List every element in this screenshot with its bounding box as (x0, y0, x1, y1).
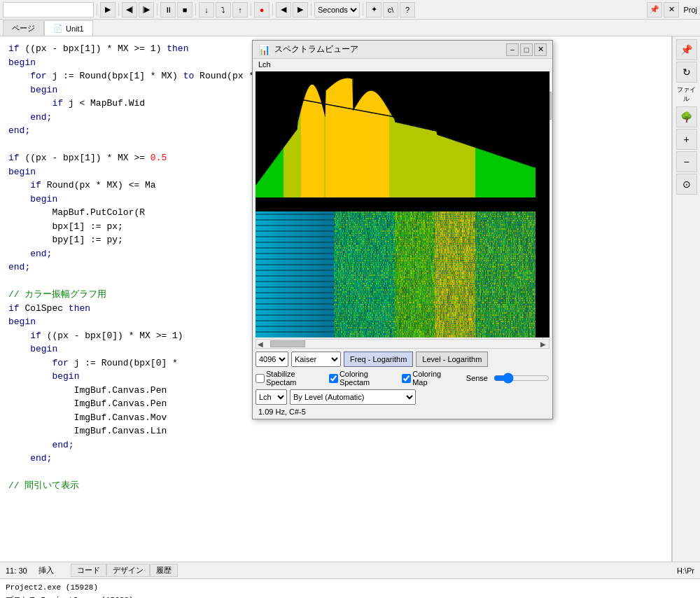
spectrum-status: 1.09 Hz, C#-5 (253, 406, 552, 419)
fwd-button[interactable]: ▶ (293, 2, 308, 18)
status-bar: 11: 30 挿入 コード デザイン 履歴 H:\Pr (0, 562, 700, 578)
run-button[interactable]: ▶ (100, 2, 115, 18)
tab-bar: ページ 📄 Unit1 (0, 20, 700, 36)
coloring-spectam-checkbox[interactable] (329, 374, 338, 383)
tab-unit1-label: Unit1 (66, 25, 84, 33)
separator-5 (251, 4, 251, 16)
record-button[interactable]: ● (254, 2, 270, 18)
spectrum-titlebar-right: − □ ✕ (506, 43, 547, 56)
design-tab-btn[interactable]: デザイン (106, 564, 150, 577)
stop-button[interactable]: ■ (177, 2, 192, 18)
step-into-button[interactable]: ↓ (199, 2, 214, 18)
stabilize-text: Stabilize Spectam (266, 370, 323, 387)
log-area: Project2.exe (15928) プロセス Project2.exe (… (0, 578, 700, 598)
code-tab-btn[interactable]: コード (71, 564, 106, 577)
sidebar-pin-btn[interactable]: 📌 (676, 39, 697, 60)
separator-6 (272, 4, 273, 16)
sense-slider[interactable] (493, 373, 550, 384)
spectrum-dialog-inner: ▲ ▼ Lch ◀ ▶ 4096 2048 1024 (253, 59, 552, 419)
window-type-select[interactable]: Kaiser Hanning Hamming Blackman (291, 352, 341, 367)
sidebar-file-label: ファイル (676, 84, 697, 105)
history-tab-btn[interactable]: 履歴 (150, 564, 178, 577)
star-button[interactable]: ✦ (366, 2, 382, 18)
step-over-button[interactable]: ⤵ (216, 2, 231, 18)
toolbar-input[interactable] (3, 2, 94, 18)
log-line-1: Project2.exe (15928) (6, 582, 694, 594)
coloring-map-checkbox[interactable] (402, 374, 411, 383)
spectrum-controls-row3: Lch Jet HSV By Level (Automatic) By Leve… (253, 388, 552, 406)
spectrum-hscroll[interactable]: ◀ ▶ (255, 339, 550, 349)
sidebar-expand-btn[interactable]: + (676, 129, 697, 150)
colormap-select[interactable]: Lch Jet HSV (255, 389, 287, 405)
spectrum-controls-row2: Stabilize Spectam Coloring Spectam Color… (253, 368, 552, 388)
help-button[interactable]: ? (400, 2, 415, 18)
sense-label: Sense (466, 374, 488, 382)
separator-7 (311, 4, 312, 16)
coloring-map-label[interactable]: Coloring Map (402, 370, 455, 387)
spectrum-close-btn[interactable]: ✕ (534, 43, 547, 56)
sidebar-tree-btn[interactable]: 🌳 (676, 106, 697, 127)
right-status: H:\Pr (677, 566, 694, 575)
coloring-map-text: Coloring Map (412, 370, 455, 387)
spectrum-maximize-btn[interactable]: □ (520, 43, 533, 56)
spectrum-canvas (255, 71, 550, 338)
sidebar-dot-btn[interactable]: ⊙ (676, 174, 697, 195)
separator-1 (97, 4, 97, 16)
spectrum-titlebar: 📊 スペクトラムビューア − □ ✕ (253, 41, 552, 59)
spectrum-titlebar-left: 📊 スペクトラムビューア (258, 43, 358, 55)
separator-3 (157, 4, 158, 16)
tab-page-label: ページ (12, 23, 35, 34)
stabilize-label[interactable]: Stabilize Spectam (255, 370, 323, 387)
spectrum-controls-row1: 4096 2048 1024 512 Kaiser Hanning Hammin… (253, 350, 552, 368)
coloring-spectam-label[interactable]: Coloring Spectam (329, 370, 396, 387)
c-button[interactable]: c\ (383, 2, 398, 18)
sidebar-collapse-btn[interactable]: − (676, 151, 697, 172)
step-back-button[interactable]: ◀| (122, 2, 137, 18)
level-select[interactable]: By Level (Automatic) By Level (Manual) B… (290, 389, 416, 405)
spectrum-channel-label: Lch (253, 59, 552, 70)
separator-2 (118, 4, 119, 16)
step-out-button[interactable]: ↑ (232, 2, 248, 18)
spectrum-title: スペクトラムビューア (274, 43, 358, 55)
spectrum-canvas-element (255, 71, 536, 338)
back-button[interactable]: ◀ (276, 2, 291, 18)
spectrum-dialog: 📊 スペクトラムビューア − □ ✕ ▲ ▼ Lch ◀ (252, 40, 553, 419)
project-label: Proj (683, 6, 697, 14)
coloring-spectam-text: Coloring Spectam (340, 370, 396, 387)
log-line-2: プロセス Project2.exe (15928) (6, 594, 694, 598)
right-sidebar: 📌 ↻ ファイル 🌳 + − ⊙ (672, 36, 700, 562)
main-area: if ((px - bpx[1]) * MX >= 1) then begin … (0, 36, 700, 562)
tab-page[interactable]: ページ (3, 20, 44, 36)
pin-button[interactable]: 📌 (647, 2, 662, 18)
tab-unit1[interactable]: 📄 Unit1 (44, 20, 93, 36)
hscroll-left-arrow[interactable]: ◀ (258, 340, 263, 348)
separator-4 (195, 4, 196, 16)
line-number: 11 (6, 566, 14, 575)
hscroll-right-arrow[interactable]: ▶ (540, 340, 546, 348)
time-unit-select[interactable]: Seconds (314, 2, 360, 18)
sidebar-refresh-btn[interactable]: ↻ (676, 62, 697, 83)
main-toolbar: ▶ ◀| |▶ ⏸ ■ ↓ ⤵ ↑ ● ◀ ▶ Seconds ✦ c\ ? 📌… (0, 0, 700, 20)
separator-8 (363, 4, 363, 16)
hscroll-thumb[interactable] (270, 340, 305, 347)
stabilize-checkbox[interactable] (255, 374, 265, 383)
insert-mode: 挿入 (38, 565, 54, 576)
cursor-position: 11: 30 (6, 566, 27, 575)
tab-unit1-icon: 📄 (53, 24, 63, 33)
close-project-button[interactable]: ✕ (664, 2, 679, 18)
fft-size-select[interactable]: 4096 2048 1024 512 (255, 352, 288, 367)
col-number: 30 (18, 566, 27, 575)
spectrum-icon: 📊 (258, 44, 270, 55)
freq-logarithm-btn[interactable]: Freq - Logarithm (344, 352, 413, 367)
step-fwd-button[interactable]: |▶ (139, 2, 154, 18)
level-logarithm-btn[interactable]: Level - Logarithm (416, 352, 488, 367)
pause-button[interactable]: ⏸ (160, 2, 176, 18)
spectrum-minimize-btn[interactable]: − (506, 43, 519, 56)
spectrum-frequency-text: 1.09 Hz, C#-5 (258, 408, 306, 416)
bottom-tabs: コード デザイン 履歴 (71, 564, 178, 577)
